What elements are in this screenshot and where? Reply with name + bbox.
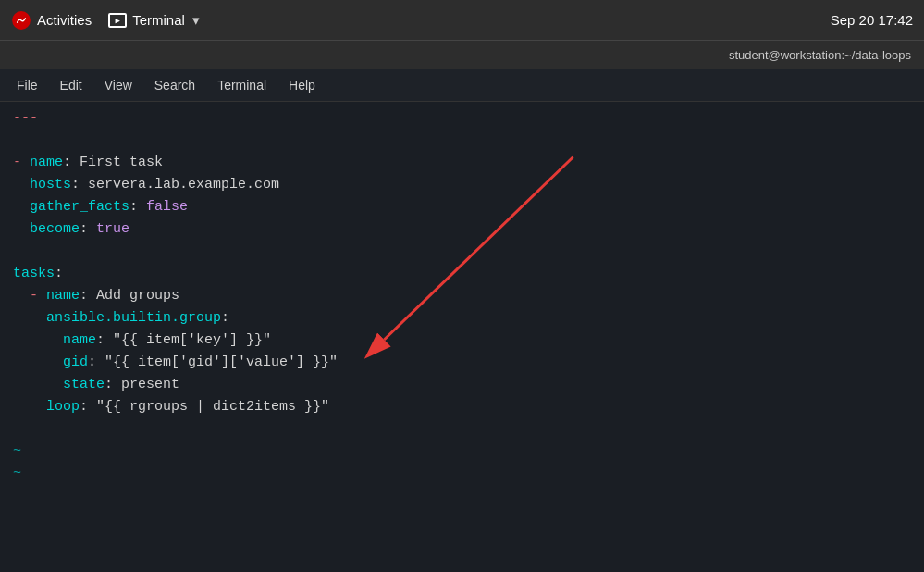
- line-name: - name: First task: [13, 152, 911, 174]
- menu-bar: File Edit View Search Terminal Help: [0, 69, 924, 102]
- menu-search[interactable]: Search: [145, 74, 204, 96]
- line-separator: ---: [13, 107, 911, 130]
- line-blank-3: [13, 418, 911, 441]
- activities-button[interactable]: Activities: [11, 10, 92, 31]
- datetime: Sep 20 17:42: [831, 12, 913, 28]
- line-item-gid: gid: "{{ item['gid']['value'] }}": [13, 352, 911, 374]
- terminal-icon: ▶: [108, 13, 127, 28]
- terminal-label: Terminal: [132, 12, 185, 28]
- line-gather-facts: gather_facts: false: [13, 196, 911, 218]
- line-loop: loop: "{{ rgroups | dict2items }}": [13, 396, 911, 418]
- menu-terminal[interactable]: Terminal: [208, 74, 276, 96]
- line-task-name: - name: Add groups: [13, 285, 911, 307]
- menu-edit[interactable]: Edit: [51, 74, 92, 96]
- terminal-content: --- - name: First task hosts: servera.la…: [0, 102, 924, 572]
- line-blank-1: [13, 130, 911, 152]
- activities-label: Activities: [37, 12, 92, 28]
- menu-view[interactable]: View: [95, 74, 142, 96]
- line-become: become: true: [13, 218, 911, 241]
- redhat-icon: [11, 10, 31, 31]
- line-state: state: present: [13, 374, 911, 396]
- system-bar: Activities ▶ Terminal ▾ Sep 20 17:42: [0, 0, 924, 40]
- menu-file[interactable]: File: [7, 74, 47, 96]
- line-item-key: name: "{{ item['key'] }}": [13, 330, 911, 352]
- title-bar: student@workstation:~/data-loops: [0, 40, 924, 69]
- line-hosts: hosts: servera.lab.example.com: [13, 174, 911, 196]
- dropdown-arrow: ▾: [192, 12, 200, 29]
- menu-help[interactable]: Help: [279, 74, 325, 96]
- line-tilde-2: ~: [13, 463, 911, 485]
- line-tasks: tasks:: [13, 263, 911, 285]
- line-blank-2: [13, 241, 911, 263]
- terminal-button[interactable]: ▶ Terminal ▾: [108, 12, 200, 29]
- title-text: student@workstation:~/data-loops: [729, 48, 911, 62]
- line-module: ansible.builtin.group:: [13, 307, 911, 330]
- line-tilde-1: ~: [13, 441, 911, 463]
